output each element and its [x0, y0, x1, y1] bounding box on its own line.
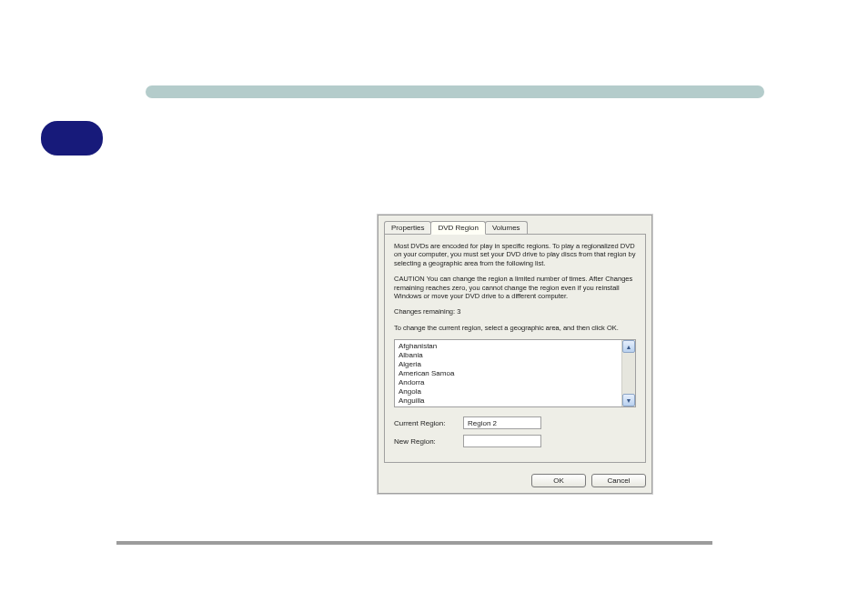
region-list-items[interactable]: Afghanistan Albania Algeria American Sam…	[395, 340, 621, 406]
new-region-label: New Region:	[394, 437, 463, 446]
tab-strip: Properties DVD Region Volumes	[384, 221, 646, 234]
current-region-value: Region 2	[463, 416, 541, 429]
list-item[interactable]: Andorra	[399, 378, 618, 387]
list-item[interactable]: American Samoa	[399, 369, 618, 378]
scroll-down-icon[interactable]: ▼	[622, 394, 635, 406]
scrollbar[interactable]: ▲ ▼	[621, 340, 635, 406]
list-item[interactable]: Anguilla	[399, 396, 618, 406]
tab-panel-dvd-region: Most DVDs are encoded for play in specif…	[384, 234, 646, 463]
dialog-button-row: OK Cancel	[378, 468, 651, 493]
decorative-top-bar	[146, 85, 764, 98]
caution-text: CAUTION You can change the region a limi…	[394, 275, 636, 300]
current-region-row: Current Region: Region 2	[394, 416, 636, 429]
tab-properties[interactable]: Properties	[384, 221, 431, 234]
current-region-label: Current Region:	[394, 419, 463, 427]
cancel-button[interactable]: Cancel	[591, 474, 646, 487]
list-item[interactable]: Albania	[399, 351, 618, 360]
region-listbox[interactable]: Afghanistan Albania Algeria American Sam…	[394, 339, 636, 407]
tab-volumes[interactable]: Volumes	[485, 221, 528, 234]
dvd-region-dialog: Properties DVD Region Volumes Most DVDs …	[378, 215, 652, 494]
tab-dvd-region[interactable]: DVD Region	[430, 221, 485, 235]
changes-remaining-text: Changes remaining: 3	[394, 307, 636, 316]
scroll-up-icon[interactable]: ▲	[622, 340, 635, 353]
instruction-text: To change the current region, select a g…	[394, 324, 636, 332]
decorative-bottom-bar	[116, 541, 712, 545]
list-item[interactable]: Algeria	[399, 360, 618, 369]
decorative-blue-pill	[41, 121, 103, 156]
intro-text: Most DVDs are encoded for play in specif…	[394, 242, 636, 267]
new-region-value	[463, 435, 541, 447]
new-region-row: New Region:	[394, 435, 636, 447]
ok-button[interactable]: OK	[531, 474, 586, 487]
list-item[interactable]: Angola	[399, 387, 618, 396]
list-item[interactable]: Afghanistan	[399, 342, 618, 351]
